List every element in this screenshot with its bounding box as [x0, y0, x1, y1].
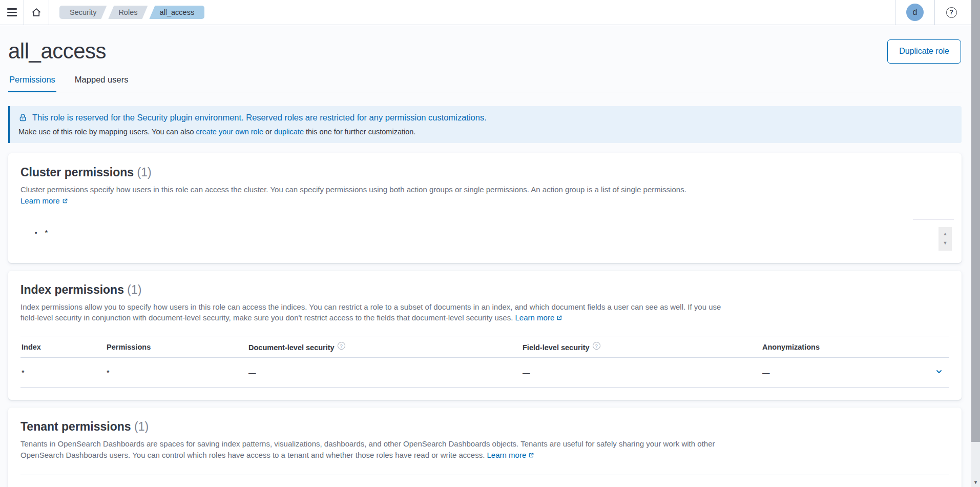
help-icon[interactable]: ? — [946, 7, 957, 18]
cluster-permission-item: •* — [20, 221, 949, 237]
reserved-role-callout: This role is reserved for the Security p… — [8, 106, 962, 143]
breadcrumb-all-access[interactable]: all_access — [149, 6, 204, 19]
chevron-down-icon — [935, 368, 943, 376]
tenant-learn-more-link[interactable]: Learn more — [487, 451, 535, 459]
index-permissions-title: Index permissions — [20, 283, 124, 296]
cell-document-level-security: — — [244, 358, 518, 388]
cluster-permissions-count: (1) — [137, 166, 152, 179]
index-learn-more-link[interactable]: Learn more — [515, 313, 563, 322]
breadcrumb-roles[interactable]: Roles — [108, 6, 148, 19]
column-field-level-security: Field-level security? — [518, 336, 758, 358]
callout-body-mid: or — [263, 128, 274, 136]
main-content: all_access Duplicate role Permissions Ma… — [8, 39, 962, 487]
header-divider — [49, 0, 49, 25]
duplicate-role-button[interactable]: Duplicate role — [887, 39, 961, 64]
cell-index: * — [20, 358, 102, 388]
cluster-permissions-description: Cluster permissions specify how users in… — [20, 184, 707, 207]
table-header-row: Index Permissions Document-level securit… — [20, 336, 949, 358]
scrollbar-down-arrow[interactable]: ▼ — [971, 480, 980, 485]
app-header: Security Roles all_access d ? — [0, 0, 980, 25]
callout-body: Make use of this role by mapping users. … — [18, 128, 953, 136]
tenant-permissions-description-text: Tenants in OpenSearch Dashboards are spa… — [20, 439, 715, 459]
home-button[interactable] — [24, 0, 49, 25]
tenant-permissions-count: (1) — [134, 420, 149, 433]
list-scroll-edge — [913, 219, 954, 220]
scroll-down-icon[interactable]: ▼ — [943, 241, 948, 246]
lock-icon — [18, 113, 27, 122]
create-your-own-role-link[interactable]: create your own role — [196, 128, 263, 136]
list-scroll-stepper[interactable]: ▲ ▼ — [939, 227, 952, 251]
cluster-permissions-description-text: Cluster permissions specify how users in… — [20, 185, 686, 194]
breadcrumb: Security Roles all_access — [59, 0, 204, 25]
table-row: * * — — — — [20, 358, 949, 388]
breadcrumb-security[interactable]: Security — [59, 6, 107, 19]
cluster-permissions-panel: Cluster permissions (1) Cluster permissi… — [8, 153, 962, 263]
column-anonymizations: Anonymizations — [758, 336, 926, 358]
index-permissions-description: Index permissions allow you to specify h… — [20, 301, 738, 324]
callout-body-prefix: Make use of this role by mapping users. … — [18, 128, 196, 136]
column-document-level-security: Document-level security? — [244, 336, 518, 358]
page-title: all_access — [8, 39, 106, 64]
cluster-learn-more-link[interactable]: Learn more — [20, 196, 68, 205]
index-permissions-table: Index Permissions Document-level securit… — [20, 336, 949, 388]
cluster-permission-value: * — [45, 228, 48, 237]
expand-row-button[interactable] — [935, 368, 943, 377]
page-scrollbar[interactable]: ▼ — [971, 0, 980, 487]
tab-permissions[interactable]: Permissions — [8, 68, 56, 92]
column-expand — [926, 336, 949, 358]
cell-permissions: * — [102, 358, 244, 388]
tabs: Permissions Mapped users — [8, 68, 962, 92]
question-icon[interactable]: ? — [593, 342, 600, 350]
home-icon — [31, 7, 42, 18]
callout-body-suffix: this one for further customization. — [304, 128, 415, 136]
scroll-up-icon[interactable]: ▲ — [943, 232, 948, 236]
external-link-icon — [62, 198, 68, 204]
menu-icon[interactable] — [0, 0, 24, 25]
column-index: Index — [20, 336, 102, 358]
external-link-icon — [556, 315, 562, 321]
tenant-permissions-description: Tenants in OpenSearch Dashboards are spa… — [20, 438, 738, 461]
index-permissions-panel: Index permissions (1) Index permissions … — [8, 271, 962, 400]
duplicate-link[interactable]: duplicate — [274, 128, 304, 136]
tenant-permissions-panel: Tenant permissions (1) Tenants in OpenSe… — [8, 408, 962, 487]
cluster-permission-list: •* ▲ ▼ — [20, 221, 949, 251]
index-permissions-count: (1) — [127, 283, 141, 296]
cluster-permissions-title: Cluster permissions — [20, 166, 134, 179]
cell-anonymizations: — — [758, 358, 926, 388]
column-permissions: Permissions — [102, 336, 244, 358]
scrollbar-thumb[interactable] — [971, 0, 980, 442]
external-link-icon — [528, 452, 534, 458]
question-icon[interactable]: ? — [338, 342, 345, 350]
avatar[interactable]: d — [906, 4, 924, 21]
cell-field-level-security: — — [518, 358, 758, 388]
tab-mapped-users[interactable]: Mapped users — [74, 68, 130, 92]
tenant-section-divider — [20, 475, 949, 475]
bullet-icon: • — [35, 229, 37, 237]
index-permissions-description-text: Index permissions allow you to specify h… — [20, 302, 721, 322]
tenant-permissions-title: Tenant permissions — [20, 420, 131, 433]
callout-title-text: This role is reserved for the Security p… — [32, 113, 487, 123]
